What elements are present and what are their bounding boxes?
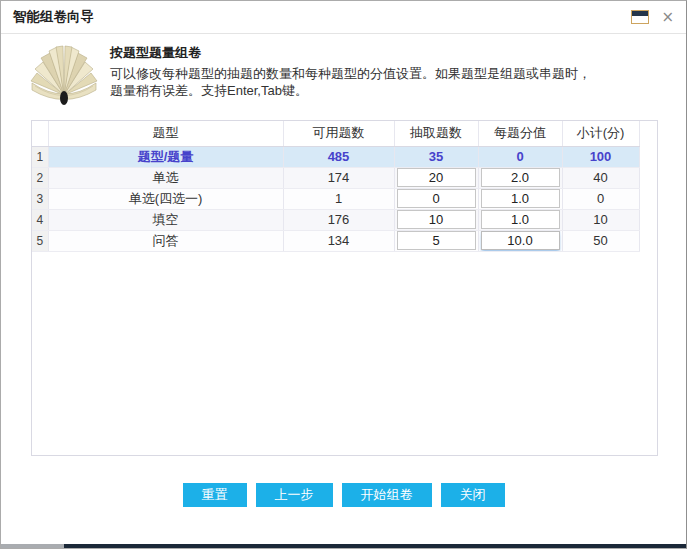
cell-available: 134 (283, 230, 394, 251)
table-row[interactable]: 5 问答 134 50 (32, 230, 639, 251)
row-number: 3 (32, 188, 48, 209)
cell-type: 填空 (48, 209, 283, 230)
cell-available: 176 (283, 209, 394, 230)
cell-subtotal: 50 (562, 230, 639, 251)
cell-subtotal: 0 (562, 188, 639, 209)
window-bottom-edge (1, 544, 686, 548)
close-icon[interactable]: × (661, 10, 674, 25)
dialog-title: 智能组卷向导 (13, 8, 94, 26)
dialog-titlebar: 智能组卷向导 × (1, 1, 686, 34)
cell-available: 485 (283, 146, 394, 167)
col-header-available: 可用题数 (283, 121, 394, 146)
intro-description-line2: 题量稍有误差。支持Enter,Tab键。 (110, 82, 591, 99)
intro-description-line1: 可以修改每种题型的抽题的数量和每种题型的分值设置。如果题型是组题或串题时， (110, 65, 591, 82)
score-per-question-input[interactable] (481, 210, 560, 229)
row-number: 4 (32, 209, 48, 230)
close-button[interactable]: 关闭 (441, 483, 505, 507)
extract-count-input[interactable] (397, 231, 476, 250)
table-row[interactable]: 4 填空 176 10 (32, 209, 639, 230)
row-number: 5 (32, 230, 48, 251)
open-book-icon (25, 45, 103, 107)
intro-section: 按题型题量组卷 可以修改每种题型的抽题的数量和每种题型的分值设置。如果题型是组题… (25, 43, 670, 107)
col-header-extract: 抽取题数 (394, 121, 478, 146)
cell-type: 单选 (48, 167, 283, 188)
cell-available: 1 (283, 188, 394, 209)
table-row-summary[interactable]: 1 题型/题量 485 35 0 100 (32, 146, 639, 167)
cell-subtotal: 40 (562, 167, 639, 188)
table-row[interactable]: 2 单选 174 40 (32, 167, 639, 188)
cell-score: 0 (478, 146, 562, 167)
extract-count-input[interactable] (397, 210, 476, 229)
restore-window-icon[interactable] (631, 10, 649, 24)
score-per-question-input[interactable] (481, 189, 560, 208)
cell-available: 174 (283, 167, 394, 188)
smart-paper-wizard-dialog: 智能组卷向导 × 按题型题量组卷 (0, 0, 687, 549)
extract-count-input[interactable] (397, 189, 476, 208)
cell-type: 题型/题量 (48, 146, 283, 167)
col-header-score: 每题分值 (478, 121, 562, 146)
previous-step-button[interactable]: 上一步 (256, 483, 333, 507)
reset-button[interactable]: 重置 (183, 483, 247, 507)
score-per-question-input-focused[interactable] (481, 231, 560, 250)
row-number: 1 (32, 146, 48, 167)
grid-header-row: 题型 可用题数 抽取题数 每题分值 小计(分) (32, 121, 639, 146)
extract-count-input[interactable] (397, 168, 476, 187)
cell-extract: 35 (394, 146, 478, 167)
start-assemble-button[interactable]: 开始组卷 (342, 483, 432, 507)
table-row[interactable]: 3 单选(四选一) 1 0 (32, 188, 639, 209)
intro-title: 按题型题量组卷 (110, 44, 591, 62)
footer-button-bar: 重置 上一步 开始组卷 关闭 (1, 483, 686, 507)
window-bottom-edge-light-segment (1, 544, 64, 548)
cell-type: 问答 (48, 230, 283, 251)
cell-type: 单选(四选一) (48, 188, 283, 209)
col-header-subtotal: 小计(分) (562, 121, 639, 146)
row-number-header (32, 121, 48, 146)
cell-subtotal: 100 (562, 146, 639, 167)
cell-subtotal: 10 (562, 209, 639, 230)
question-type-grid: 题型 可用题数 抽取题数 每题分值 小计(分) 1 题型/题量 485 35 0… (31, 120, 658, 456)
score-per-question-input[interactable] (481, 168, 560, 187)
col-header-type: 题型 (48, 121, 283, 146)
row-number: 2 (32, 167, 48, 188)
